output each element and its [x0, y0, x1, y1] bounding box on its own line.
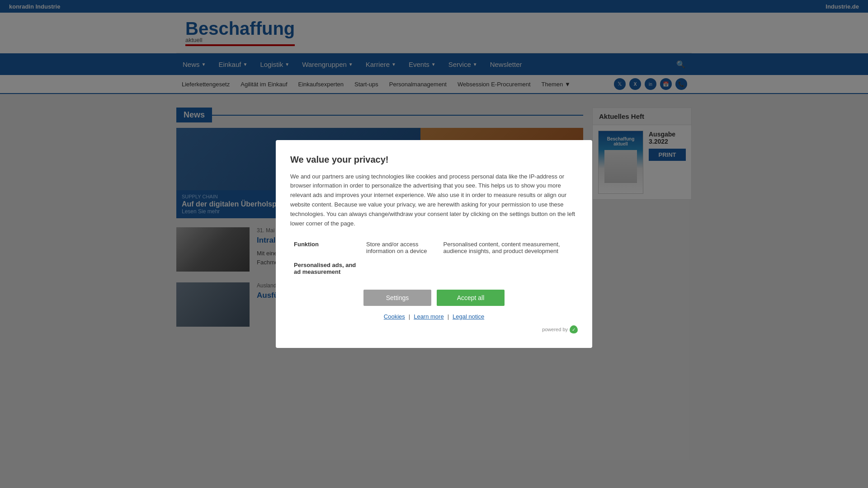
- privacy-overlay: We value your privacy! We and our partne…: [0, 0, 868, 356]
- settings-button[interactable]: Settings: [363, 290, 431, 306]
- privacy-buttons: Settings Accept all: [290, 290, 578, 306]
- privacy-table-cell-store: Store and/or access information on a dev…: [363, 237, 440, 258]
- privacy-dialog: We value your privacy! We and our partne…: [276, 140, 592, 348]
- privacy-table: Funktion Store and/or access information…: [290, 237, 578, 279]
- privacy-body-text: We and our partners are using technologi…: [290, 172, 578, 229]
- privacy-table-cell-empty-1: [363, 258, 440, 279]
- cookies-link[interactable]: Cookies: [384, 313, 405, 320]
- privacy-separator-1: |: [409, 313, 410, 320]
- legal-notice-link[interactable]: Legal notice: [453, 313, 484, 320]
- privacy-table-cell-empty-2: [440, 258, 578, 279]
- accept-all-button[interactable]: Accept all: [437, 290, 505, 306]
- powered-by: powered by ✓: [290, 325, 578, 333]
- privacy-table-row-1: Funktion Store and/or access information…: [290, 237, 578, 258]
- privacy-table-row-2: Personalised ads, and ad measurement: [290, 258, 578, 279]
- learn-more-link[interactable]: Learn more: [414, 313, 443, 320]
- privacy-links: Cookies | Learn more | Legal notice: [290, 313, 578, 320]
- privacy-table-cell-ads: Personalised ads, and ad measurement: [290, 258, 363, 279]
- privacy-table-cell-funktion: Funktion: [290, 237, 363, 258]
- privacy-title: We value your privacy!: [290, 155, 578, 165]
- privacy-separator-2: |: [448, 313, 449, 320]
- privacy-table-cell-personalised: Personalised content, content measuremen…: [440, 237, 578, 258]
- privacy-shield-icon: ✓: [570, 325, 578, 333]
- powered-by-text: powered by: [542, 327, 568, 332]
